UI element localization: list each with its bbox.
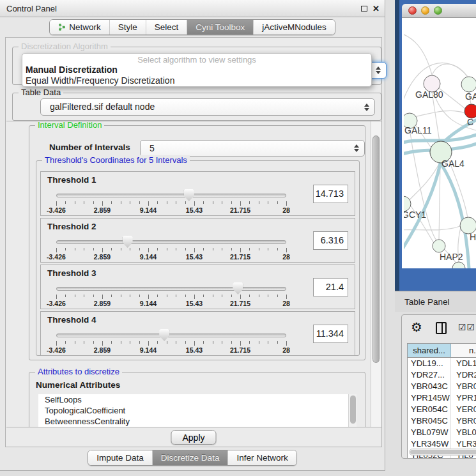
network-icon [58,23,66,31]
attributes-group-label: Attributes to discretize [35,367,122,376]
tab-impute-data[interactable]: Impute Data [88,450,152,465]
threshold-3-slider[interactable]: -3.4262.8599.14415.4321.71528 [56,282,286,309]
tab-jactivemnodules[interactable]: jActiveMNodules [253,20,335,35]
table-header-row: shared... n... [408,344,476,358]
table-row[interactable]: YPR145WYPR1 [408,392,476,404]
network-window-titlebar[interactable] [402,4,476,18]
threshold-coordinates-group: Threshold's Coordinates for 5 Intervals … [36,160,360,356]
table-horizontal-scrollbar[interactable] [409,449,476,456]
node-truncated-top-right[interactable] [461,77,476,92]
threshold-2-value-field[interactable]: 6.316 [313,231,348,250]
control-panel: Control Panel ✕ Network Style Select Cyn… [0,0,385,471]
slider-thumb[interactable] [159,329,169,341]
threshold-1-box: Threshold 1 -3.4262.8599.14415.4321.7152… [40,171,355,216]
svg-text:GA: GA [465,91,476,102]
svg-text:C: C [467,117,473,127]
tab-discretize-data[interactable]: Discretize Data [152,450,228,465]
tab-cyni-toolbox[interactable]: Cyni Toolbox [187,20,253,35]
table-row[interactable]: YBR045CYBR0 [408,415,476,427]
threshold-4-box: Threshold 4 -3.4262.8599.14415.4321.7152… [40,311,355,356]
discretization-algorithm-label: Discretization Algorithm [19,42,111,51]
svg-text:HAP2: HAP2 [440,252,463,262]
algorithm-placeholder-item: Select algorithm to view settings [22,54,371,65]
node-bottom-truncated[interactable] [452,262,465,268]
list-item[interactable]: BetweennessCentrality [38,416,357,427]
number-of-intervals-label: Number of Intervals [49,142,130,152]
threshold-4-value-field[interactable]: 11.344 [313,325,348,343]
list-item[interactable]: SelfLoops [38,394,357,405]
threshold-2-box: Threshold 2 -3.4262.8599.14415.4321.7152… [40,218,355,263]
interval-definition-group: Interval Definition Number of Intervals … [29,125,365,360]
tab-infer-network[interactable]: Infer Network [227,450,296,465]
network-canvas[interactable]: GAL80 GA C GAL11 GAL4 GCY1 H HAP2 [404,18,476,268]
svg-text:GAL11: GAL11 [404,125,432,135]
svg-text:GAL80: GAL80 [415,89,443,100]
right-region: GAL80 GA C GAL11 GAL4 GCY1 H HAP2 Table … [395,0,476,476]
algorithm-option-equal-width[interactable]: Equal Width/Frequency Discretization [22,75,371,86]
column-header-shared-name[interactable]: shared... [408,344,451,357]
slider-thumb[interactable] [123,236,133,248]
close-icon[interactable]: ✕ [372,0,380,17]
table-row[interactable]: YDL19...YDL1 [408,358,476,369]
threshold-4-slider[interactable]: -3.4262.8599.14415.4321.71528 [56,328,286,355]
table-panel-titlebar: Table Panel [395,291,476,312]
table-row[interactable]: YBR043CYBR0 [408,381,476,392]
control-panel-titlebar: Control Panel ✕ [0,0,385,17]
columns-icon[interactable] [436,322,447,334]
top-tab-row: Network Style Select Cyni Toolbox jActiv… [0,19,385,35]
node-hap2[interactable] [433,240,445,252]
threshold-3-value-field[interactable]: 21.4 [313,278,348,296]
minimize-traffic-light-icon[interactable] [421,6,429,15]
table-data-combobox[interactable]: galFiltered.sif default node [40,98,375,116]
node-red-selected[interactable] [464,104,476,118]
svg-text:GAL4: GAL4 [441,158,464,169]
settings-vertical-scrollbar[interactable] [371,121,381,427]
threshold-1-value-field[interactable]: 14.713 [313,185,348,203]
numerical-attributes-title: Numerical Attributes [36,380,120,390]
threshold-3-box: Threshold 3 -3.4262.8599.14415.4321.7152… [40,265,355,309]
list-scrollbar[interactable] [348,394,357,427]
checkbox-icons[interactable]: ☑☑ [458,322,475,332]
table-panel: ⚙ ☑☑ shared... n... YDL19...YDL1 YDR27..… [401,314,476,459]
algorithm-option-manual[interactable]: Manual Discretization [22,65,371,75]
network-view-frame: GAL80 GA C GAL11 GAL4 GCY1 H HAP2 [395,0,476,291]
attributes-to-discretize-group: Attributes to discretize Numerical Attri… [29,372,365,427]
slider-thumb[interactable] [233,282,243,295]
combo-arrows-icon [354,144,359,152]
interval-definition-label: Interval Definition [35,121,104,130]
tab-style[interactable]: Style [109,20,146,35]
frame-edge [395,0,399,291]
apply-button[interactable]: Apply [171,430,216,445]
numerical-attributes-list: SelfLoops TopologicalCoefficient Between… [38,394,357,427]
svg-text:H: H [470,232,476,242]
algorithm-dropdown-popup: Select algorithm to view settings Manual… [22,53,372,87]
settings-scroll-area: Interval Definition Number of Intervals … [6,121,381,427]
float-window-icon[interactable] [361,6,367,12]
cyni-content-panel: Discretization Algorithm Select algorith… [5,37,382,447]
table-row[interactable]: YBL079WYBL0 [408,427,476,438]
zoom-traffic-light-icon[interactable] [434,6,442,15]
node-table: shared... n... YDL19...YDL1 YDR27...YDR2… [407,343,476,459]
network-window: GAL80 GA C GAL11 GAL4 GCY1 H HAP2 [402,4,476,268]
threshold-2-slider[interactable]: -3.4262.8599.14415.4321.71528 [56,235,286,262]
slider-thumb[interactable] [184,189,194,201]
combo-arrows-icon [376,66,381,74]
bottom-tab-row: Impute Data Discretize Data Infer Networ… [0,450,385,466]
threshold-1-slider[interactable]: -3.4262.8599.14415.4321.71528 [56,188,286,215]
table-panel-title: Table Panel [404,297,450,307]
gear-icon[interactable]: ⚙ [411,319,422,335]
svg-text:GCY1: GCY1 [404,210,426,220]
tab-select[interactable]: Select [146,20,187,35]
number-of-intervals-combobox[interactable]: 5 [140,140,365,157]
combo-arrows-icon [364,104,369,111]
threshold-coordinates-label: Threshold's Coordinates for 5 Intervals [42,155,190,165]
close-traffic-light-icon[interactable] [408,6,417,15]
table-row[interactable]: YER054CYER0 [408,404,476,415]
table-data-label: Table Data [19,88,63,97]
column-header-name[interactable]: n... [451,344,476,357]
panel-title: Control Panel [6,4,57,13]
list-item[interactable]: TopologicalCoefficient [38,405,357,416]
table-row[interactable]: YDR27...YDR2 [408,369,476,381]
tab-network[interactable]: Network [50,20,109,35]
